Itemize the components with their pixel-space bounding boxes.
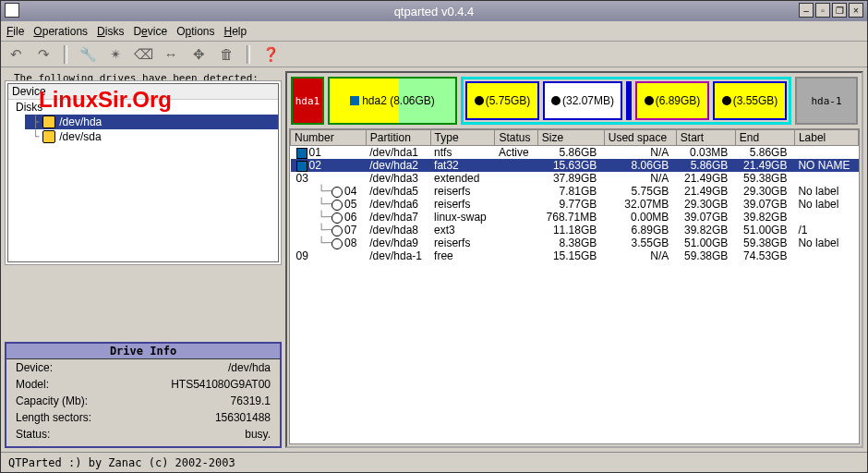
info-status: Status:busy. <box>6 426 280 443</box>
table-row[interactable]: └─08/dev/hda9reiserfs8.38GB3.55GB51.00GB… <box>291 236 859 249</box>
pbox-hda9[interactable]: (3.55GB) <box>713 81 787 120</box>
col-number[interactable]: Number <box>291 130 367 146</box>
restore-button[interactable]: ❐ <box>832 3 847 18</box>
extended-group: (5.75GB) (32.07MB) (6.89GB) (3.55GB) <box>461 77 791 125</box>
close-button[interactable]: × <box>849 3 863 18</box>
help-icon[interactable]: ❓ <box>261 45 280 64</box>
tux-icon <box>475 96 484 105</box>
drives-box: LinuxSir.Org Device Disks ├/dev/hda └/de… <box>5 80 282 265</box>
tux-icon <box>722 96 731 105</box>
minimize-button[interactable]: – <box>799 3 814 18</box>
drives-tree[interactable]: Device Disks ├/dev/hda └/dev/sda <box>7 83 279 262</box>
col-size[interactable]: Size <box>537 130 604 146</box>
window-controls: – ▫ ❐ × <box>799 3 863 18</box>
pbox-hda2[interactable]: hda2 (8.06GB) <box>328 77 457 125</box>
pbox-hda6[interactable]: (32.07MB) <box>543 81 622 120</box>
win-icon <box>296 148 307 159</box>
tux-icon <box>332 187 343 198</box>
menu-disks[interactable]: Disks <box>97 25 124 38</box>
col-label[interactable]: Label <box>794 130 858 146</box>
menu-operations[interactable]: Operations <box>33 25 88 38</box>
pbox-swap[interactable] <box>626 81 632 120</box>
info-device: Device:/dev/hda <box>6 359 280 376</box>
content: The following drives have been detected:… <box>1 67 867 452</box>
titlebar[interactable]: qtparted v0.4.4 – ▫ ❐ × <box>1 1 867 21</box>
left-pane: The following drives have been detected:… <box>5 71 282 448</box>
format-icon[interactable]: ✴ <box>106 45 125 64</box>
resize-icon[interactable]: ↔ <box>162 45 180 64</box>
col-used-space[interactable]: Used space <box>604 130 676 146</box>
separator <box>247 45 250 64</box>
drives-header[interactable]: Device <box>8 84 278 100</box>
pbox-free[interactable]: hda-1 <box>795 77 858 125</box>
tree-item-sda[interactable]: └/dev/sda <box>25 129 278 144</box>
tux-icon <box>332 225 343 236</box>
info-capacity: Capacity (Mb):76319.1 <box>6 393 280 409</box>
win-icon <box>350 96 359 105</box>
statusbar: QTParted :) by Zanac (c) 2002-2003 <box>1 452 867 472</box>
maximize-button[interactable]: ▫ <box>815 3 830 18</box>
undo-icon[interactable]: ↶ <box>6 45 25 64</box>
separator <box>64 45 67 64</box>
col-type[interactable]: Type <box>430 130 495 146</box>
drive-info-title: Drive Info <box>6 344 280 359</box>
disk-icon <box>42 130 55 143</box>
drive-info-box: Drive Info Device:/dev/hda Model:HTS5410… <box>5 342 282 448</box>
app-window: qtparted v0.4.4 – ▫ ❐ × File Operations … <box>0 0 868 473</box>
menu-device[interactable]: Device <box>133 25 167 38</box>
table-row[interactable]: └─07/dev/hda8ext311.18GB6.89GB39.82GB51.… <box>291 224 859 236</box>
redo-icon[interactable]: ↷ <box>34 45 53 64</box>
right-pane: hda1 hda2 (8.06GB) (5.75GB) (32.07MB) (6… <box>285 71 863 448</box>
info-model: Model:HTS541080G9AT00 <box>6 376 280 393</box>
disk-icon <box>42 115 55 128</box>
wrench-icon[interactable]: 🔧 <box>78 45 97 64</box>
toolbar: ↶ ↷ 🔧 ✴ ⌫ ↔ ✥ 🗑 ❓ <box>1 42 867 67</box>
menu-options[interactable]: Options <box>176 25 214 38</box>
info-sectors: Length sectors:156301488 <box>6 409 280 426</box>
tux-icon <box>332 238 343 249</box>
move-icon[interactable]: ✥ <box>189 45 208 64</box>
app-icon <box>5 3 19 18</box>
tree-item-hda[interactable]: ├/dev/hda <box>25 115 278 129</box>
tux-icon <box>332 212 343 224</box>
col-end[interactable]: End <box>735 130 794 146</box>
pbox-hda5[interactable]: (5.75GB) <box>465 81 539 120</box>
tree-root[interactable]: Disks <box>8 100 278 115</box>
table-row[interactable]: 01/dev/hda1ntfsActive5.86GBN/A0.03MB5.86… <box>291 146 859 160</box>
tux-icon <box>645 96 654 105</box>
win-icon <box>296 161 307 172</box>
delete-icon[interactable]: 🗑 <box>217 45 235 64</box>
menu-help[interactable]: Help <box>224 25 247 38</box>
tux-icon <box>332 200 343 211</box>
col-status[interactable]: Status <box>495 130 537 146</box>
partition-table[interactable]: NumberPartitionTypeStatusSizeUsed spaceS… <box>289 128 860 444</box>
menubar: File Operations Disks Device Options Hel… <box>1 21 867 42</box>
pbox-hda8[interactable]: (6.89GB) <box>635 81 709 120</box>
table-row[interactable]: └─06/dev/hda7linux-swap768.71MB0.00MB39.… <box>291 211 859 224</box>
table-row[interactable]: 02/dev/hda2fat3215.63GB8.06GB5.86GB21.49… <box>291 159 859 172</box>
table-row[interactable]: 03/dev/hda3extended37.89GBN/A21.49GB59.3… <box>291 172 859 185</box>
erase-icon[interactable]: ⌫ <box>134 45 152 64</box>
window-title: qtparted v0.4.4 <box>394 5 475 18</box>
menu-file[interactable]: File <box>6 25 24 38</box>
table-row[interactable]: └─05/dev/hda6reiserfs9.77GB32.07MB29.30G… <box>291 198 859 211</box>
table-row[interactable]: └─04/dev/hda5reiserfs7.81GB5.75GB21.49GB… <box>291 185 859 198</box>
tux-icon <box>551 96 561 105</box>
table-row[interactable]: 09/dev/hda-1free15.15GBN/A59.38GB74.53GB <box>291 249 859 262</box>
pbox-hda1[interactable]: hda1 <box>291 77 324 125</box>
partition-bar: hda1 hda2 (8.06GB) (5.75GB) (32.07MB) (6… <box>287 73 862 128</box>
col-partition[interactable]: Partition <box>366 130 430 146</box>
col-start[interactable]: Start <box>676 130 735 146</box>
